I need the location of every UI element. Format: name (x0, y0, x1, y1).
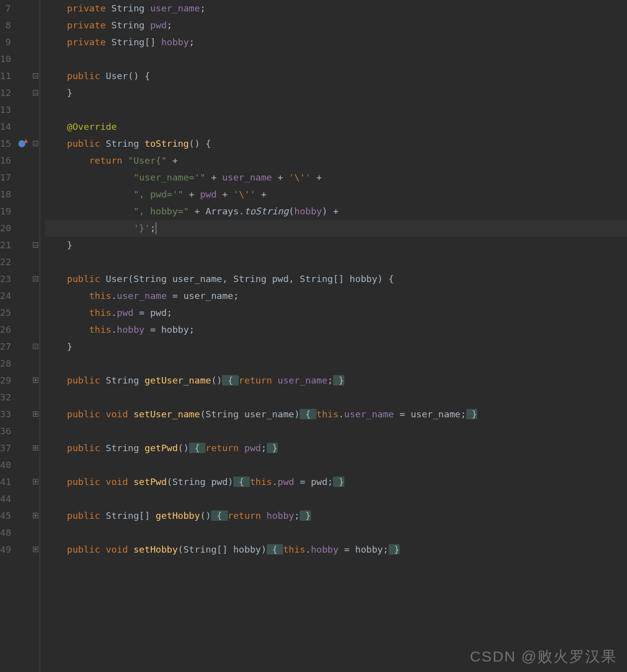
line-number: 40 (0, 457, 13, 474)
line-number: 28 (0, 355, 13, 372)
line-number-gutter: 7 8 9 10 11 12 13 14 15 16 17 18 19 20 2… (0, 0, 16, 672)
fold-expand-icon[interactable]: + (33, 378, 38, 383)
code-line[interactable]: } (45, 237, 627, 254)
line-number: 48 (0, 524, 13, 541)
line-number: 33 (0, 406, 13, 423)
fold-gutter: - - - - - - + + + + + + (32, 0, 40, 672)
fold-expand-icon[interactable]: + (33, 445, 38, 451)
fold-open-icon[interactable]: - (33, 276, 38, 282)
line-number: 11 (0, 68, 13, 85)
fold-expand-icon[interactable]: + (33, 547, 38, 552)
code-line[interactable]: ", hobby=" + Arrays.toString(hobby) + (45, 203, 627, 220)
line-number: 14 (0, 118, 13, 135)
code-line[interactable]: public User() { (45, 68, 627, 85)
code-line[interactable]: private String pwd; (45, 17, 627, 34)
code-line[interactable] (45, 51, 627, 68)
line-number: 36 (0, 423, 13, 440)
line-number: 13 (0, 101, 13, 118)
code-line[interactable] (45, 457, 627, 474)
code-line[interactable]: } (45, 338, 627, 355)
code-line[interactable]: public void setUser_name(String user_nam… (45, 406, 627, 423)
line-number: 22 (0, 254, 13, 271)
line-number: 17 (0, 169, 13, 186)
code-line[interactable]: } (45, 85, 627, 101)
line-number: 18 (0, 186, 13, 203)
fold-close-icon[interactable]: - (33, 90, 38, 96)
code-line[interactable]: public String toString() { (45, 135, 627, 152)
code-line[interactable] (45, 101, 627, 118)
code-area[interactable]: private String user_name; private String… (40, 0, 627, 672)
code-line[interactable]: this.pwd = pwd; (45, 304, 627, 321)
line-number: 24 (0, 288, 13, 304)
code-line[interactable] (45, 524, 627, 541)
fold-expand-icon[interactable]: + (33, 411, 38, 417)
fold-close-icon[interactable]: - (33, 344, 38, 349)
line-number: 49 (0, 541, 13, 558)
line-number: 9 (0, 34, 13, 51)
code-line[interactable]: ", pwd='" + pwd + '\'' + (45, 186, 627, 203)
line-number: 7 (0, 0, 13, 17)
code-line[interactable]: private String user_name; (45, 0, 627, 17)
fold-open-icon[interactable]: - (33, 73, 38, 79)
code-editor[interactable]: 7 8 9 10 11 12 13 14 15 16 17 18 19 20 2… (0, 0, 627, 672)
fold-close-icon[interactable]: - (33, 242, 38, 248)
line-number: 29 (0, 372, 13, 389)
line-number: 16 (0, 152, 13, 169)
code-line[interactable]: this.user_name = user_name; (45, 288, 627, 304)
line-number: 10 (0, 51, 13, 68)
code-line-current[interactable]: '}'; (45, 220, 627, 237)
line-number: 23 (0, 271, 13, 288)
line-number: 44 (0, 490, 13, 507)
code-line[interactable]: public String getUser_name() { return us… (45, 372, 627, 389)
line-number: 27 (0, 338, 13, 355)
code-line[interactable]: public String getPwd() { return pwd; } (45, 440, 627, 457)
line-number: 20 (0, 220, 13, 237)
fold-expand-icon[interactable]: + (33, 479, 38, 484)
line-number: 32 (0, 389, 13, 406)
line-number: 37 (0, 440, 13, 457)
code-line[interactable] (45, 423, 627, 440)
line-number: 15 (0, 135, 13, 152)
code-line[interactable]: public User(String user_name, String pwd… (45, 271, 627, 288)
line-number: 25 (0, 304, 13, 321)
code-line[interactable] (45, 355, 627, 372)
line-number: 21 (0, 237, 13, 254)
code-line[interactable]: this.hobby = hobby; (45, 321, 627, 338)
code-line[interactable]: public void setPwd(String pwd) { this.pw… (45, 474, 627, 490)
line-number: 19 (0, 203, 13, 220)
override-icon[interactable] (18, 140, 26, 148)
cursor (156, 222, 157, 234)
code-line[interactable] (45, 490, 627, 507)
code-line[interactable]: public void setHobby(String[] hobby) { t… (45, 541, 627, 558)
code-line[interactable]: public String[] getHobby() { return hobb… (45, 507, 627, 524)
code-line[interactable]: private String[] hobby; (45, 34, 627, 51)
code-line[interactable]: @Override (45, 118, 627, 135)
fold-open-icon[interactable]: - (33, 141, 38, 146)
fold-expand-icon[interactable]: + (33, 513, 38, 518)
code-line[interactable] (45, 254, 627, 271)
code-line[interactable] (45, 389, 627, 406)
line-number: 45 (0, 507, 13, 524)
code-line[interactable]: return "User{" + (45, 152, 627, 169)
line-number: 41 (0, 474, 13, 490)
gutter-icons (16, 0, 32, 672)
code-line[interactable]: "user_name='" + user_name + '\'' + (45, 169, 627, 186)
line-number: 26 (0, 321, 13, 338)
line-number: 12 (0, 85, 13, 101)
line-number: 8 (0, 17, 13, 34)
